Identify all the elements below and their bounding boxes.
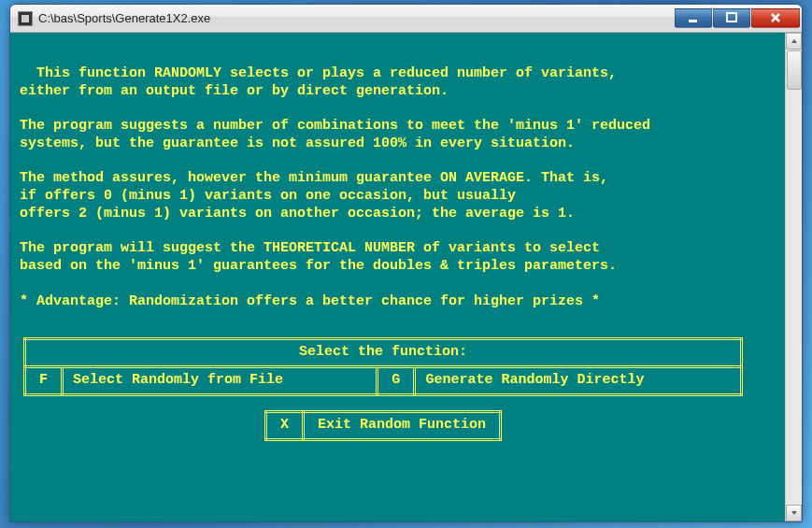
vertical-scrollbar[interactable] [785,33,802,521]
menu-key-x[interactable]: X [265,412,303,440]
window-title: C:\bas\Sports\Generate1X2.exe [38,11,675,25]
console-line: either from an output file or by direct … [20,83,449,99]
console-line: * Advantage: Randomization offers a bett… [20,293,600,309]
scroll-thumb[interactable] [787,50,802,90]
console-line: The method assures, however the minimum … [20,170,608,186]
close-icon [769,11,782,24]
app-icon [18,11,33,26]
app-window: C:\bas\Sports\Generate1X2.exe This funct… [9,4,803,522]
function-menu: Select the function: F Select Randomly f… [20,320,779,459]
scroll-track[interactable] [786,50,802,505]
scroll-up-button[interactable] [786,33,802,50]
console-line: systems, but the guarantee is not assure… [20,136,575,151]
window-controls [675,9,800,28]
menu-option-exit[interactable]: Exit Random Function [303,412,500,440]
chevron-down-icon [791,510,798,516]
console-line: The program will suggest the THEORETICAL… [20,240,600,256]
maximize-icon [726,12,737,23]
menu-table: Select the function: F Select Randomly f… [23,337,743,396]
chevron-up-icon [791,38,798,44]
console-line: based on the 'minus 1' guarantees for th… [20,258,617,274]
svg-rect-1 [727,13,736,21]
menu-exit-row: X Exit Random Function [264,410,502,441]
minimize-button[interactable] [675,8,712,28]
minimize-icon [688,12,699,23]
menu-option-file[interactable]: Select Randomly from File [63,366,378,394]
console-line: This function RANDOMLY selects or plays … [20,65,617,81]
console-output: This function RANDOMLY selects or plays … [10,33,785,521]
console-line: offers 2 (minus 1) variants on another o… [20,206,575,221]
menu-option-generate[interactable]: Generate Randomly Directly [415,366,742,394]
scroll-down-button[interactable] [786,505,802,521]
console-line: if offers 0 (minus 1) variants on one oc… [20,188,516,204]
client-area: This function RANDOMLY selects or plays … [10,33,802,521]
menu-key-g[interactable]: G [378,366,415,394]
menu-header: Select the function: [25,339,742,367]
title-bar[interactable]: C:\bas\Sports\Generate1X2.exe [10,5,802,33]
svg-rect-0 [689,20,697,22]
console-line: The program suggests a number of combina… [20,118,650,134]
menu-key-f[interactable]: F [25,366,63,394]
maximize-button[interactable] [713,8,750,28]
close-button[interactable] [751,8,800,28]
